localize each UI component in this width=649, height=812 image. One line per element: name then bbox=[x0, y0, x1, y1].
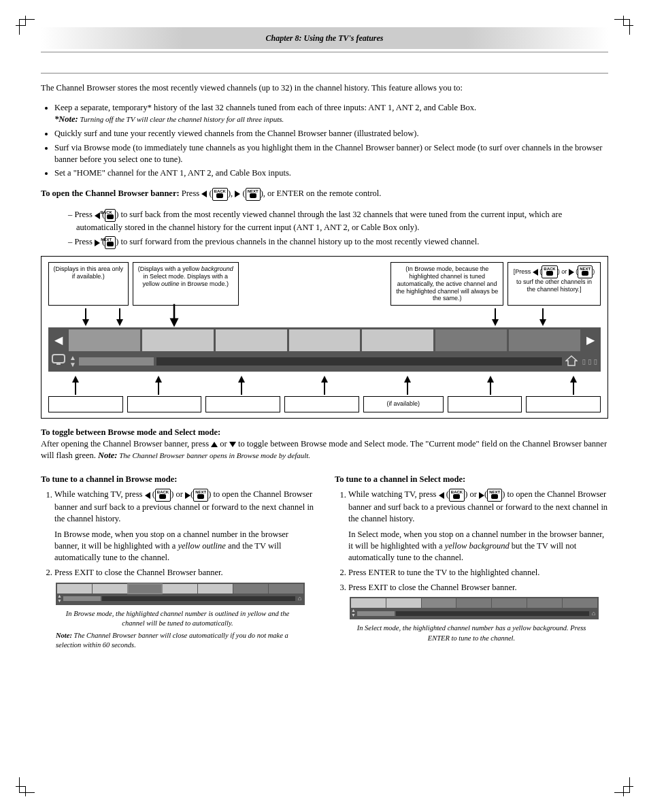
channel-thumb[interactable] bbox=[362, 329, 433, 351]
mini-thumb bbox=[233, 584, 268, 594]
channel-thumb[interactable] bbox=[216, 329, 287, 351]
mini-thumb bbox=[492, 598, 527, 608]
open-banner-line: To open the Channel Browser banner: Pres… bbox=[41, 188, 608, 201]
note-label: *Note: bbox=[54, 114, 78, 124]
channel-thumb[interactable] bbox=[289, 329, 361, 351]
browse-note: Note: The Channel Browser banner will cl… bbox=[56, 631, 301, 650]
channel-thumb[interactable] bbox=[69, 329, 140, 351]
page-header: Chapter 8: Using the TV's features bbox=[41, 27, 608, 49]
callout-bot bbox=[284, 396, 359, 412]
arrow-up-icon bbox=[570, 376, 577, 383]
browse-mode-column: To tune to a channel in Browse mode: Whi… bbox=[41, 470, 314, 653]
left-arrow-icon bbox=[439, 492, 444, 499]
select-step-2: Press ENTER to tune the TV to the highli… bbox=[348, 567, 608, 579]
mini-thumb bbox=[527, 598, 562, 608]
info-bar bbox=[102, 596, 295, 601]
mini-thumb bbox=[351, 598, 386, 608]
next-cb-icon: NEXT bbox=[193, 489, 208, 502]
arrow-down-icon bbox=[116, 319, 123, 326]
mode-bar bbox=[63, 596, 101, 601]
arrow-down-icon bbox=[539, 319, 546, 326]
right-arrow-icon bbox=[185, 492, 190, 499]
browse-caption: In Browse mode, the highlighted channel … bbox=[54, 609, 301, 628]
crop-mark-tr bbox=[614, 19, 630, 35]
browse-step-2: Press EXIT to close the Channel Browser … bbox=[54, 567, 314, 579]
up-down-icon: ▲▼ bbox=[351, 608, 356, 618]
col-left-heading: To tune to a channel in Browse mode: bbox=[41, 474, 314, 485]
info-bar bbox=[156, 357, 563, 366]
callout-bot bbox=[205, 396, 280, 412]
left-arrow-icon bbox=[95, 212, 100, 219]
bullet-4: Set a "HOME" channel for the ANT 1, ANT … bbox=[54, 167, 608, 179]
home-icon: ⌂ bbox=[297, 594, 303, 602]
select-caption: In Select mode, the highlighted channel … bbox=[348, 623, 595, 643]
bullet-1: Keep a separate, temporary* history of t… bbox=[54, 103, 476, 112]
col-right-heading: To tune to a channel in Select mode: bbox=[335, 474, 608, 485]
callout-top-1: (Displays in this area only if available… bbox=[48, 262, 129, 306]
mode-bar bbox=[357, 611, 395, 616]
channel-thumb[interactable] bbox=[435, 329, 507, 351]
note-text: Turning off the TV will clear the channe… bbox=[78, 115, 284, 123]
arrow-down-icon bbox=[492, 319, 499, 326]
tv-icon bbox=[50, 353, 67, 370]
back-cb-icon: BACK bbox=[155, 489, 171, 502]
banner-left-arrow-icon[interactable]: ◀ bbox=[50, 333, 67, 348]
up-down-icon[interactable]: ▲▼ bbox=[69, 355, 76, 368]
next-cb-icon: NEXT bbox=[105, 236, 116, 249]
browse-mini-banner: ▲▼ ⌂ bbox=[56, 583, 305, 605]
callout-bot bbox=[448, 396, 522, 412]
svg-rect-1 bbox=[56, 363, 61, 365]
arrow-down-icon bbox=[170, 319, 179, 327]
select-mini-banner: ▲▼ ⌂ bbox=[350, 597, 599, 619]
arrow-up-icon bbox=[321, 376, 328, 383]
mini-thumb bbox=[269, 584, 303, 594]
mini-thumb bbox=[93, 584, 127, 594]
mini-thumb bbox=[386, 598, 421, 608]
browse-step-1: While watching TV, press (BACK) or (NEXT… bbox=[54, 489, 314, 563]
mode-bar bbox=[79, 357, 154, 366]
mini-thumb bbox=[456, 598, 491, 608]
up-arrow-icon bbox=[211, 442, 218, 447]
next-cb-icon: NEXT bbox=[246, 188, 261, 201]
select-step-3: Press EXIT to close the Channel Browser … bbox=[348, 582, 608, 594]
channel-thumb[interactable] bbox=[509, 329, 580, 351]
select-step-1: While watching TV, press (BACK) or (NEXT… bbox=[348, 489, 608, 563]
svg-rect-0 bbox=[52, 355, 65, 363]
arrow-up-icon bbox=[72, 376, 79, 383]
note-label: Note: bbox=[98, 451, 117, 460]
intro-text: The Channel Browser stores the most rece… bbox=[41, 82, 608, 94]
callout-bot bbox=[526, 396, 601, 412]
right-arrow-icon bbox=[95, 240, 100, 246]
home-icon[interactable] bbox=[565, 355, 578, 368]
time-display: ▯▯▯ bbox=[581, 356, 599, 368]
callout-top-3: (In Browse mode, because the highlighted… bbox=[390, 262, 503, 306]
back-cb-icon: BACK bbox=[212, 188, 228, 201]
arrow-up-icon bbox=[238, 376, 245, 383]
arrow-up-icon bbox=[404, 376, 411, 383]
arrow-down-icon bbox=[82, 319, 89, 326]
back-cb-icon: BACK bbox=[449, 489, 465, 502]
mini-thumb bbox=[57, 584, 92, 594]
back-cb-icon: BACK bbox=[105, 209, 116, 222]
up-down-icon: ▲▼ bbox=[57, 594, 62, 604]
callout-top-2: (Displays with a yellow background in Se… bbox=[133, 262, 239, 306]
divider bbox=[41, 73, 608, 74]
down-arrow-icon bbox=[229, 442, 236, 447]
callout-top-4: [Press (BACK) or (NEXT) to surf the othe… bbox=[507, 262, 601, 306]
right-arrow-icon bbox=[235, 191, 240, 197]
right-arrow-icon bbox=[479, 492, 484, 499]
callout-bot bbox=[127, 396, 202, 412]
home-icon: ⌂ bbox=[590, 609, 597, 617]
mini-thumb bbox=[163, 584, 197, 594]
mini-thumb bbox=[563, 598, 597, 608]
mini-thumb-selected bbox=[422, 598, 456, 608]
left-arrow-icon bbox=[145, 492, 150, 499]
bullet-2: Quickly surf and tune your recently view… bbox=[54, 128, 608, 140]
channel-thumb[interactable] bbox=[142, 329, 214, 351]
channel-browser-banner: ◀ ▶ ▲▼ bbox=[48, 327, 601, 372]
bullet-3: Surf via Browse mode (to immediately tun… bbox=[54, 142, 608, 165]
left-arrow-icon bbox=[201, 191, 207, 197]
note-text: The Channel Browser banner opens in Brow… bbox=[117, 451, 310, 459]
banner-right-arrow-icon[interactable]: ▶ bbox=[582, 333, 599, 348]
info-bar bbox=[396, 611, 589, 616]
